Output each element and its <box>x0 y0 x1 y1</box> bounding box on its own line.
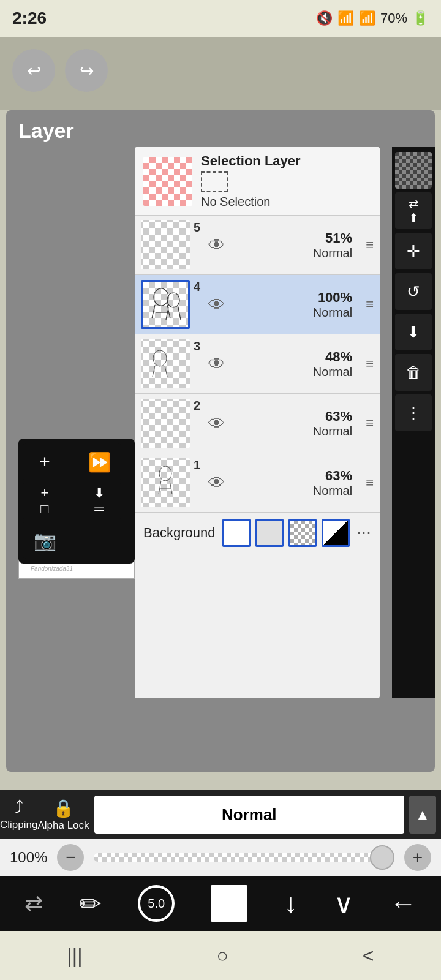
layer-info-2: 63% Normal <box>232 409 357 439</box>
svg-text:Fandonizada31: Fandonizada31 <box>31 565 73 572</box>
layer-eye-2[interactable]: 👁 <box>208 413 225 434</box>
download-button[interactable]: ↓ <box>284 888 298 919</box>
layer-info-5: 51% Normal <box>232 230 357 260</box>
undo-button[interactable]: ↩ <box>12 49 55 92</box>
status-icons: 🔇 📶 📶 70% 🔋 <box>316 10 429 26</box>
battery-icon: 🔋 <box>412 10 429 26</box>
blend-mode-arrow[interactable]: ▲ <box>409 796 436 834</box>
duplicate-layer-button[interactable]: ⏩ <box>78 443 121 480</box>
layer-eye-3[interactable]: 👁 <box>208 354 225 374</box>
layer-thumb-3 <box>141 339 190 388</box>
back-icon: ← <box>390 888 417 919</box>
mute-icon: 🔇 <box>316 10 333 26</box>
layer-eye-4[interactable]: 👁 <box>208 295 225 315</box>
back-button[interactable]: ← <box>390 888 417 919</box>
color-button[interactable] <box>211 885 247 922</box>
signal-icon: 📶 <box>359 10 375 26</box>
pen-tool-button[interactable]: ✏ <box>79 888 102 919</box>
layer-opacity-1: 63% <box>232 468 352 484</box>
layer-menu-5[interactable]: ≡ <box>366 237 374 253</box>
layer-info-4: 100% Normal <box>232 290 357 320</box>
svg-line-1 <box>152 305 155 318</box>
nav-home-icon[interactable]: ○ <box>216 944 228 967</box>
layer-thumb-drawing-5 <box>143 222 188 268</box>
layer-blend-4: Normal <box>232 306 352 320</box>
nav-back-icon[interactable]: < <box>363 944 374 967</box>
svg-line-6 <box>178 307 181 320</box>
layer-menu-4[interactable]: ≡ <box>366 296 374 312</box>
svg-line-5 <box>166 307 168 320</box>
merge-layers-button[interactable]: ⬇═ <box>78 483 121 519</box>
brush-size-display: 5.0 <box>138 885 175 922</box>
selection-dashed-box <box>201 172 228 192</box>
selection-status: No Selection <box>201 195 371 209</box>
merge-down-button[interactable]: ⬇ <box>395 314 432 350</box>
layer-blend-2: Normal <box>232 424 352 439</box>
camera-button[interactable]: 📷 <box>23 522 66 559</box>
layer-menu-2[interactable]: ≡ <box>366 415 374 431</box>
layer-num-4: 4 <box>194 280 200 294</box>
layer-thumb-2 <box>141 399 190 448</box>
blend-mode-selector[interactable]: Normal <box>94 796 404 834</box>
layer-row-3[interactable]: 3 👁 48% Normal ≡ <box>135 334 380 394</box>
bg-more-icon[interactable]: ⋯ <box>356 524 371 541</box>
flip-button[interactable]: ↺ <box>395 273 432 310</box>
delete-layer-button[interactable]: 🗑 <box>395 354 432 391</box>
layer-menu-1[interactable]: ≡ <box>366 475 374 491</box>
layer-row-5[interactable]: 5 👁 51% Normal ≡ <box>135 216 380 275</box>
selection-layer-row[interactable]: Selection Layer No Selection <box>135 147 380 216</box>
chevron-icon: ∨ <box>334 888 353 919</box>
clipping-icon: ⤴ <box>15 798 23 818</box>
svg-line-11 <box>159 481 161 494</box>
layer-num-5: 5 <box>194 221 200 235</box>
layer-eye-5[interactable]: 👁 <box>208 235 225 255</box>
opacity-increase-button[interactable]: + <box>404 844 431 871</box>
battery-label: 70% <box>380 10 407 26</box>
layer-blend-3: Normal <box>232 365 352 379</box>
opacity-slider[interactable] <box>94 853 394 862</box>
brush-size-button[interactable]: 5.0 <box>138 885 175 922</box>
clipping-button[interactable]: ⤴ Clipping <box>0 798 37 831</box>
layer-blend-1: Normal <box>232 484 352 498</box>
opacity-row: 100% − + <box>0 839 441 876</box>
redo-button[interactable]: ↪ <box>65 49 108 92</box>
opacity-decrease-button[interactable]: − <box>57 844 84 871</box>
bg-swatch-white[interactable] <box>222 519 251 547</box>
right-tools-sidebar: ⇄⬆ ✛ ↺ ⬇ 🗑 ⋮ <box>392 147 435 698</box>
layer-thumb-4 <box>141 280 190 329</box>
nav-menu-icon[interactable]: ||| <box>67 944 83 967</box>
background-row[interactable]: Background ⋯ <box>135 513 380 553</box>
alpha-lock-button[interactable]: 🔒 Alpha Lock <box>37 798 89 832</box>
layer-move-button[interactable]: ⇄⬆ <box>395 192 432 229</box>
clipping-label: Clipping <box>0 819 37 831</box>
svg-point-10 <box>159 466 172 481</box>
layer-thumb-1 <box>141 458 190 507</box>
opacity-handle[interactable] <box>370 845 394 870</box>
selection-layer-info: Selection Layer No Selection <box>201 153 371 209</box>
svg-point-0 <box>154 288 168 306</box>
chevron-button[interactable]: ∨ <box>334 888 353 919</box>
brush-size-value: 5.0 <box>148 897 165 911</box>
layer-row-2[interactable]: 2 👁 63% Normal ≡ <box>135 394 380 453</box>
alpha-lock-icon: 🔒 <box>53 798 74 818</box>
layer-menu-3[interactable]: ≡ <box>366 356 374 372</box>
layer-eye-1[interactable]: 👁 <box>208 473 225 493</box>
transform-button[interactable]: ✛ <box>395 233 432 270</box>
bg-swatch-diagonal[interactable] <box>322 519 350 547</box>
background-label: Background <box>143 525 215 541</box>
bg-swatch-checker[interactable] <box>288 519 317 547</box>
layer-row-4[interactable]: 4 👁 100% Normal ≡ <box>135 275 380 334</box>
select-tool-button[interactable]: ⇄ <box>24 891 43 916</box>
more-options-button[interactable]: ⋮ <box>395 394 432 431</box>
main-panel: Layer Selection Layer No Selection 5 👁 5… <box>6 110 435 772</box>
status-time: 2:26 <box>12 9 47 28</box>
bottom-controls-bar: ⤴ Clipping 🔒 Alpha Lock Normal ▲ <box>0 790 441 839</box>
checker-tool-button[interactable] <box>395 152 432 189</box>
layer-info-3: 48% Normal <box>232 349 357 379</box>
undo-redo-group: ↩ ↪ <box>12 49 108 92</box>
layer-row-1[interactable]: 1 👁 63% Normal ≡ <box>135 453 380 513</box>
svg-line-12 <box>170 481 172 494</box>
add-layer-button[interactable]: + <box>23 443 66 480</box>
add-group-button[interactable]: +□ <box>23 483 66 519</box>
bg-swatch-lightgray[interactable] <box>255 519 284 547</box>
